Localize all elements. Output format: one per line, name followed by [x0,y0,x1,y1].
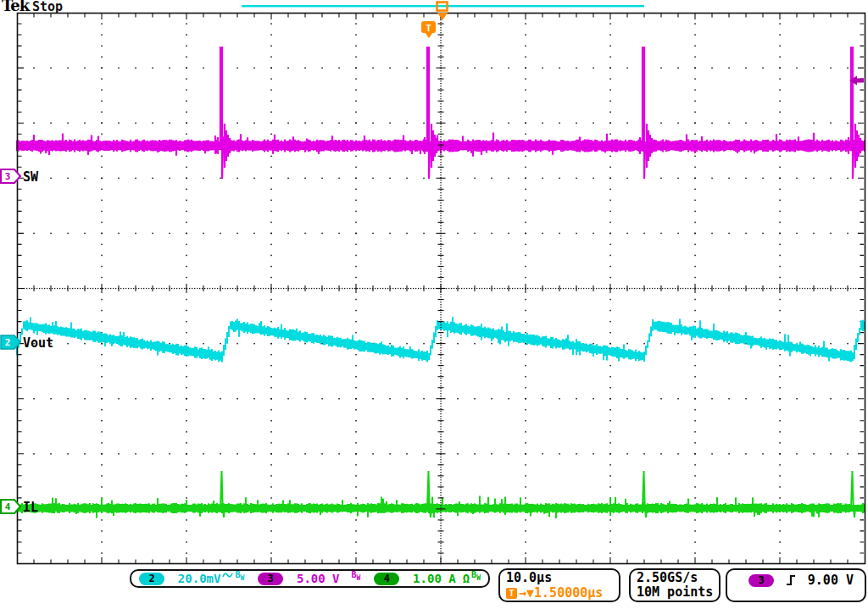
record-view-bar[interactable] [242,5,644,7]
ch4-scale: 1.00 A [413,572,456,585]
waveform-traces [17,47,865,518]
ch4-position-marker[interactable]: 4 [0,499,22,514]
trigger-icon: T [506,588,517,599]
ch3-scale: 5.00 V [297,572,340,585]
graticule-center-lines [19,14,864,564]
channel-scale-readouts[interactable]: 2 20.0mV BW 3 5.00 V BW 4 1.00 A Ω BW [130,569,490,588]
acquisition-readout[interactable]: 2.50GS/s 10M points [629,568,721,602]
sample-rate: 2.50GS/s [637,571,698,585]
ch3-waveform-label: SW [23,169,38,185]
trigger-level: 9.00 V [808,573,854,588]
ch3-bandwidth-limit: BW [352,570,361,582]
trigger-position-badge[interactable]: T [421,21,436,38]
ch3-position-marker[interactable]: 3 [0,169,22,184]
ch4-waveform-label: IL [23,500,38,515]
rising-edge-icon [785,573,797,587]
trigger-delay-readout: T→▼1.50000µs [506,585,603,601]
waveform-ch3-sw [17,47,865,179]
timebase-scale: 10.0µs [506,570,552,585]
record-window-indicator [242,5,644,7]
ch4-bandwidth-limit: BW [471,570,481,582]
ch2-position-marker[interactable]: 2 [0,335,22,350]
svg-text:2: 2 [5,337,11,348]
svg-text:4: 4 [5,501,11,512]
ch2-badge[interactable]: 2 [139,573,164,585]
ch3-badge[interactable]: 3 [258,573,283,585]
ch4-badge[interactable]: 4 [374,573,399,585]
ch2-scale: 20.0mV [178,572,221,585]
trigger-source-badge[interactable]: 3 [748,574,774,587]
trigger-position-top-marker[interactable] [437,3,448,21]
waveform-ch4-il [17,471,865,518]
trigger-readout[interactable]: 3 9.00 V [726,568,866,602]
svg-text:3: 3 [5,171,11,182]
oscilloscope-screen: Tek Stop T 3 SW 2 Vout 4 I [0,0,868,609]
ch2-bandwidth-limit: BW [235,570,244,582]
record-length: 10M points [637,585,713,600]
ch2-waveform-label: Vout [23,335,53,351]
ac-sine-icon [222,571,233,579]
horizontal-readout[interactable]: 10.0µs T→▼1.50000µs [498,568,620,602]
ch4-impedance: Ω [463,572,470,585]
svg-text:T: T [426,23,431,34]
